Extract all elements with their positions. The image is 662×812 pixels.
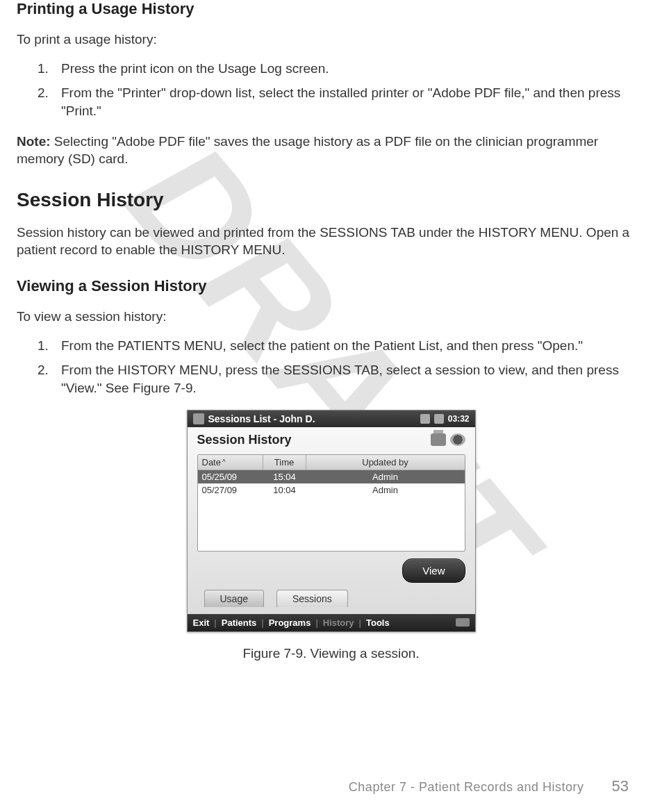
step-number: 2. [38, 84, 61, 119]
tabs-row: Usage Sessions [197, 590, 465, 607]
connectivity-icon [420, 414, 430, 424]
heading-session-history: Session History [17, 189, 645, 211]
table-row[interactable]: 05/25/09 15:04 Admin [198, 470, 465, 483]
cell-date: 05/25/09 [198, 470, 263, 483]
menu-separator: | [261, 618, 263, 628]
panel-header: Session History [197, 433, 465, 447]
menu-programs[interactable]: Programs [269, 618, 311, 628]
list-item: 1. Press the print icon on the Usage Log… [38, 60, 645, 78]
menu-history: History [323, 618, 354, 628]
window-icon [193, 413, 204, 424]
tab-sessions[interactable]: Sessions [276, 590, 348, 607]
menu-exit[interactable]: Exit [193, 618, 210, 628]
note-paragraph: Note: Selecting "Adobe PDF file" saves t… [17, 133, 645, 168]
view-button-row: View [197, 558, 465, 583]
list-item: 2. From the "Printer" drop-down list, se… [38, 84, 645, 119]
column-date-label: Date [202, 457, 221, 467]
steps-print-usage: 1. Press the print icon on the Usage Log… [17, 60, 645, 120]
menu-separator: | [214, 618, 216, 628]
step-text: From the HISTORY MENU, press the SESSION… [61, 361, 645, 397]
step-text: From the PATIENTS MENU, select the patie… [61, 337, 645, 355]
lead-session-history: Session history can be viewed and printe… [17, 224, 645, 259]
list-item: 1. From the PATIENTS MENU, select the pa… [38, 337, 645, 355]
cell-time: 15:04 [263, 470, 306, 483]
step-number: 1. [38, 337, 61, 355]
device-bottombar: Exit | Patients | Programs | History | T… [188, 614, 475, 631]
menu-separator: | [359, 618, 361, 628]
clock: 03:32 [448, 414, 470, 424]
cell-updated-by: Admin [306, 470, 465, 483]
step-number: 2. [38, 361, 61, 397]
keyboard-icon[interactable] [456, 618, 470, 627]
panel-title: Session History [197, 433, 427, 447]
column-header-date[interactable]: Date^ [198, 455, 263, 470]
cell-time: 10:04 [263, 483, 306, 497]
device-titlebar: Sessions List - John D. 03:32 [188, 411, 475, 427]
page-footer: Chapter 7 - Patient Records and History … [0, 777, 662, 795]
menu-tools[interactable]: Tools [366, 618, 390, 628]
volume-icon [434, 414, 444, 424]
step-text: Press the print icon on the Usage Log sc… [61, 60, 645, 78]
footer-chapter: Chapter 7 - Patient Records and History [349, 780, 584, 795]
step-number: 1. [38, 60, 61, 78]
cell-date: 05/27/09 [198, 483, 263, 497]
steps-view-session: 1. From the PATIENTS MENU, select the pa… [17, 337, 645, 397]
list-item: 2. From the HISTORY MENU, press the SESS… [38, 361, 645, 397]
menu-separator: | [315, 618, 317, 628]
window-title: Sessions List - John D. [208, 413, 416, 424]
device-screenshot: Sessions List - John D. 03:32 Session Hi… [187, 410, 476, 632]
column-header-time[interactable]: Time [263, 455, 306, 470]
heading-printing-usage-history: Printing a Usage History [17, 0, 645, 18]
column-header-updated-by[interactable]: Updated by [306, 455, 465, 470]
lead-view-session: To view a session history: [17, 308, 645, 326]
lead-print-usage: To print a usage history: [17, 31, 645, 49]
heading-viewing-session-history: Viewing a Session History [17, 277, 645, 295]
footer-page-number: 53 [612, 777, 629, 795]
tab-usage[interactable]: Usage [204, 590, 264, 607]
print-icon[interactable] [431, 433, 446, 446]
sessions-listbox[interactable]: Date^ Time Updated by 05/25/09 15:04 Adm… [197, 454, 465, 552]
cell-updated-by: Admin [306, 483, 465, 497]
status-area: 03:32 [420, 414, 470, 424]
table-row[interactable]: 05/27/09 10:04 Admin [198, 483, 465, 497]
note-text: Selecting "Adobe PDF file" saves the usa… [17, 134, 598, 167]
note-label: Note: [17, 134, 51, 149]
figure-caption: Figure 7-9. Viewing a session. [242, 646, 419, 661]
menu-patients[interactable]: Patients [222, 618, 257, 628]
sort-caret-icon: ^ [222, 458, 226, 466]
listbox-header: Date^ Time Updated by [198, 455, 465, 470]
step-text: From the "Printer" drop-down list, selec… [61, 84, 645, 119]
lens-icon[interactable] [450, 433, 465, 446]
panel-inner: Session History Date^ Time Updated by 05… [188, 427, 475, 614]
view-button[interactable]: View [402, 558, 465, 583]
figure-7-9: Sessions List - John D. 03:32 Session Hi… [17, 410, 645, 661]
